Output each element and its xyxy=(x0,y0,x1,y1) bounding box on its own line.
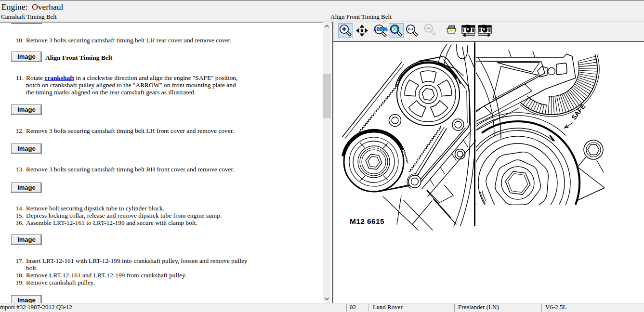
svg-text:M12 6615: M12 6615 xyxy=(350,217,384,225)
svg-text:100%: 100% xyxy=(373,26,387,32)
